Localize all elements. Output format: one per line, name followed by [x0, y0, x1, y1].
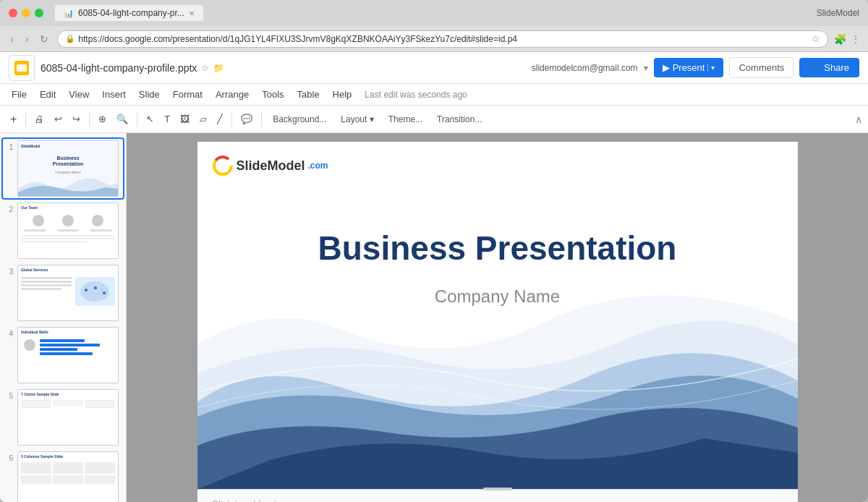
slide-canvas[interactable]: SlideModel .com Business Presentation Co…	[197, 142, 798, 489]
slide-logo: SlideModel .com	[212, 155, 328, 176]
menu-help[interactable]: Help	[327, 86, 358, 103]
thumb5-title: 7 Citrine Sample Slide	[21, 392, 59, 396]
minimize-button[interactable]	[22, 9, 30, 17]
add-button[interactable]: +	[6, 110, 21, 129]
transition-button[interactable]: Transition...	[430, 111, 488, 127]
dropdown-arrow[interactable]: ▾	[644, 63, 648, 73]
header-right: slidemodelcom@gmail.com ▾ ▶ Present ▾ Co…	[532, 57, 859, 78]
thumb3-map	[75, 277, 115, 306]
slide-number-1: 1	[4, 140, 13, 151]
thumb6-title: 3 Columns Sample Slide	[21, 454, 63, 459]
menu-format[interactable]: Format	[167, 86, 208, 103]
slide-thumb-5: 7 Citrine Sample Slide	[17, 389, 119, 446]
slide-item-3[interactable]: 3 Global Services	[3, 263, 123, 323]
thumb5-cols	[21, 400, 115, 408]
thumb2-lines	[21, 235, 115, 242]
star-file-icon[interactable]: ☆	[201, 63, 209, 73]
comments-button[interactable]: Comments	[729, 57, 793, 78]
browser-tab[interactable]: 📊 6085-04-light-company-pr... ✕	[55, 5, 203, 21]
docs-logo	[9, 55, 35, 81]
select-button[interactable]: ↖	[142, 111, 158, 127]
line-button[interactable]: ╱	[213, 111, 227, 127]
user-email: slidemodelcom@gmail.com	[532, 63, 638, 73]
tab-favicon: 📊	[64, 9, 74, 18]
thumb3-dots	[21, 277, 72, 290]
tab-title: 6085-04-light-company-pr...	[78, 8, 184, 18]
thumb6-grid	[21, 462, 115, 484]
print-button[interactable]: 🖨	[30, 111, 48, 127]
folder-icon[interactable]: 📁	[213, 63, 224, 73]
thumb2-title: Our Team	[21, 205, 38, 210]
reload-button[interactable]: ↻	[37, 32, 51, 46]
slide-thumb-1: SlideModel BusinessPresentation Company …	[17, 140, 119, 197]
menu-view[interactable]: View	[63, 86, 95, 103]
image-button[interactable]: 🖼	[176, 111, 194, 127]
toolbar-separator-1	[25, 112, 26, 127]
url-bar[interactable]: 🔒 https://docs.google.com/presentation/d…	[57, 30, 828, 48]
thumb4-title: Individual Skills	[21, 330, 48, 334]
file-name-area: 6085-04-light-company-profile.pptx ☆ 📁	[41, 62, 224, 74]
theme-button[interactable]: Theme...	[382, 111, 429, 127]
share-icon: 👤	[809, 62, 821, 73]
toolbar-separator-3	[137, 112, 137, 127]
slide-item-4[interactable]: 4 Individual Skills	[3, 326, 123, 385]
menu-file[interactable]: File	[6, 86, 33, 103]
svg-point-3	[85, 289, 88, 292]
back-button[interactable]: ‹	[7, 32, 17, 46]
menu-edit[interactable]: Edit	[34, 86, 61, 103]
present-button[interactable]: ▶ Present ▾	[654, 58, 724, 77]
menu-arrange[interactable]: Arrange	[210, 86, 255, 103]
logo-suffix: .com	[308, 161, 328, 171]
slide-number-3: 3	[4, 265, 13, 276]
thumb2-avatars	[18, 215, 118, 226]
slide-item-1[interactable]: 1 SlideModel BusinessPresentation Compan…	[3, 139, 123, 198]
menu-insert[interactable]: Insert	[96, 86, 132, 103]
menu-tools[interactable]: Tools	[256, 86, 289, 103]
slide-number-2: 2	[4, 203, 13, 213]
menu-icon[interactable]: ⋮	[851, 33, 861, 45]
toolbar-separator-5	[261, 112, 262, 127]
thumb1-header: SlideModel	[21, 144, 40, 148]
resize-handle[interactable]	[483, 488, 512, 490]
undo-button[interactable]: ↩	[50, 111, 67, 127]
share-button[interactable]: 👤 Share	[799, 58, 859, 77]
forward-button[interactable]: ›	[22, 32, 32, 46]
thumb4-bars	[40, 339, 115, 355]
toolbar-separator-4	[231, 112, 232, 127]
menu-slide[interactable]: Slide	[133, 86, 166, 103]
toolbar-collapse-button[interactable]: ∧	[855, 114, 862, 125]
text-button[interactable]: T	[160, 111, 174, 127]
lock-icon: 🔒	[65, 34, 75, 43]
svg-point-4	[94, 286, 97, 289]
slide-item-5[interactable]: 5 7 Citrine Sample Slide	[3, 388, 123, 447]
browser-window: 📊 6085-04-light-company-pr... ✕ SlideMod…	[0, 0, 868, 502]
extensions-icon[interactable]: 🧩	[834, 33, 846, 45]
menu-table[interactable]: Table	[292, 86, 326, 103]
maximize-button[interactable]	[35, 9, 43, 17]
slidemodel-logo-icon	[212, 155, 234, 176]
bookmark-icon[interactable]: ☆	[812, 33, 820, 44]
zoom-button[interactable]: ⊕	[94, 111, 111, 127]
menu-bar: File Edit View Insert Slide Format Arran…	[0, 84, 868, 106]
tab-close-icon[interactable]: ✕	[189, 9, 195, 17]
layout-button[interactable]: Layout ▾	[334, 111, 380, 127]
file-name: 6085-04-light-company-profile.pptx	[41, 62, 197, 74]
slides-panel[interactable]: 1 SlideModel BusinessPresentation Compan…	[0, 133, 127, 502]
redo-button[interactable]: ↪	[68, 111, 85, 127]
slide-item-2[interactable]: 2 Our Team	[3, 201, 123, 260]
slide-item-6[interactable]: 6 3 Columns Sample Slide	[3, 450, 123, 502]
slide-wave-graphic	[197, 286, 798, 489]
present-icon: ▶	[663, 62, 670, 73]
present-dropdown-arrow[interactable]: ▾	[707, 64, 715, 72]
thumb2-names	[18, 229, 118, 231]
canvas-wrapper: SlideModel .com Business Presentation Co…	[197, 133, 798, 502]
title-bar: 📊 6085-04-light-company-pr... ✕ SlideMod…	[0, 0, 868, 26]
background-button[interactable]: Background...	[266, 111, 333, 127]
slide-number-6: 6	[4, 451, 13, 462]
zoom-select-button[interactable]: 🔍	[112, 111, 132, 127]
canvas-area: SlideModel .com Business Presentation Co…	[127, 133, 868, 502]
shape-button[interactable]: ▱	[195, 111, 211, 127]
notes-area[interactable]: Click to add notes	[197, 489, 798, 502]
close-button[interactable]	[9, 9, 17, 17]
comment-button[interactable]: 💬	[237, 111, 257, 127]
